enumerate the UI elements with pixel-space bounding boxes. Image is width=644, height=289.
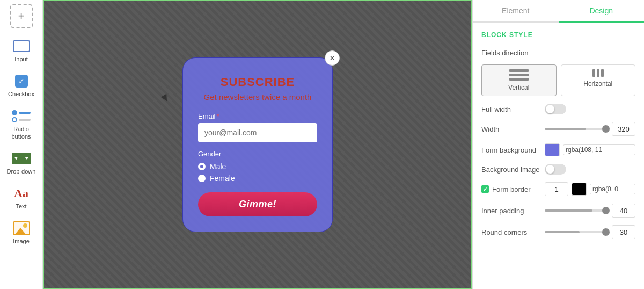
width-control: 320	[545, 122, 635, 136]
input-icon-box	[12, 39, 31, 54]
fields-direction-label: Fields direction	[481, 49, 540, 57]
form-border-swatch[interactable]	[572, 183, 587, 196]
form-background-value[interactable]: rgba(108, 11	[563, 144, 635, 155]
form-card: × SUBSCRIBE Get newsletters twice a mont…	[182, 57, 333, 232]
required-star: *	[217, 112, 219, 120]
radio-group: Male Female	[198, 162, 317, 183]
horizontal-direction-icon	[592, 69, 604, 77]
inner-padding-slider[interactable]	[545, 209, 609, 212]
radio-male-label: Male	[210, 162, 226, 171]
sidebar-item-image-label: Image	[13, 238, 30, 245]
full-width-label: Full width	[481, 105, 540, 113]
sidebar-item-radio-label: Radio buttons	[4, 126, 39, 140]
radio-icon-box	[12, 109, 31, 124]
sidebar-item-text-label: Text	[16, 203, 26, 210]
right-panel: Element Design BLOCK STYLE Fields direct…	[472, 0, 644, 289]
sidebar-item-input-label: Input	[14, 56, 27, 63]
form-border-checkbox[interactable]: ✓	[481, 185, 489, 193]
panel-content: BLOCK STYLE Fields direction Vertical	[473, 23, 644, 289]
radio-female[interactable]: Female	[198, 174, 317, 183]
width-label: Width	[481, 125, 540, 133]
round-corners-control: 30	[545, 225, 635, 239]
sidebar-item-dropdown-label: Drop-down	[7, 168, 36, 175]
background-image-toggle[interactable]	[545, 164, 566, 175]
dropdown-icon-box: ▼	[12, 151, 31, 166]
radio-female-label: Female	[210, 174, 235, 183]
round-corners-row: Round corners 30	[481, 225, 635, 239]
checkbox-mark: ✓	[483, 186, 487, 192]
direction-options: Vertical Horizontal	[481, 64, 635, 96]
email-input[interactable]	[198, 123, 317, 142]
full-width-row: Full width	[481, 104, 635, 114]
text-icon: Aa	[14, 186, 28, 200]
image-icon	[13, 221, 30, 235]
inner-padding-value[interactable]: 40	[612, 204, 635, 218]
form-border-control: 1 rgba(0, 0	[545, 182, 635, 196]
panel-tabs: Element Design	[473, 0, 644, 23]
inner-padding-label: Inner padding	[481, 207, 540, 215]
background-image-control	[545, 164, 635, 175]
fields-direction-row: Fields direction	[481, 49, 635, 57]
horizontal-direction-label: Horizontal	[583, 80, 612, 88]
round-corners-slider[interactable]	[545, 231, 609, 233]
radio-male-input[interactable]	[198, 163, 206, 170]
checkbox-icon-box: ✓	[12, 74, 31, 89]
add-button[interactable]: +	[10, 4, 33, 28]
sidebar-item-radio[interactable]: Radio buttons	[2, 104, 41, 144]
main-canvas[interactable]: × SUBSCRIBE Get newsletters twice a mont…	[43, 0, 472, 289]
form-background-label: Form background	[481, 146, 540, 154]
plus-icon: +	[18, 10, 25, 23]
form-background-control: rgba(108, 11	[545, 143, 635, 156]
form-border-color[interactable]: rgba(0, 0	[590, 184, 635, 194]
form-border-label: Form border	[492, 185, 531, 193]
full-width-control	[545, 104, 635, 114]
sidebar-item-image[interactable]: Image	[2, 216, 41, 249]
vertical-direction-label: Vertical	[508, 84, 529, 91]
left-sidebar: + Input ✓ Checkbox Ra	[0, 0, 43, 289]
tab-design[interactable]: Design	[559, 0, 645, 23]
block-style-title: BLOCK STYLE	[481, 31, 635, 42]
form-subtitle: Get newsletters twice a month	[198, 91, 317, 103]
image-icon-box	[12, 221, 31, 236]
form-background-swatch[interactable]	[545, 143, 560, 156]
vertical-direction-icon	[509, 69, 529, 81]
form-border-row: ✓ Form border 1 rgba(0, 0	[481, 182, 635, 196]
submit-button[interactable]: Gimme!	[198, 192, 317, 216]
sidebar-item-input[interactable]: Input	[2, 34, 41, 67]
radio-female-input[interactable]	[198, 175, 206, 182]
round-corners-label: Round corners	[481, 228, 540, 236]
input-icon	[13, 40, 30, 52]
radio-male[interactable]: Male	[198, 162, 317, 171]
email-label: Email*	[198, 112, 317, 120]
sidebar-item-text[interactable]: Aa Text	[2, 182, 41, 214]
round-corners-thumb[interactable]	[602, 228, 610, 236]
full-width-toggle[interactable]	[545, 104, 566, 114]
checkbox-icon: ✓	[15, 75, 28, 88]
form-border-width[interactable]: 1	[545, 182, 568, 196]
inner-padding-control: 40	[545, 204, 635, 218]
radio-icon	[12, 110, 31, 122]
round-corners-value[interactable]: 30	[612, 225, 635, 239]
width-row: Width 320	[481, 122, 635, 136]
width-slider-thumb[interactable]	[602, 125, 610, 133]
form-background-row: Form background rgba(108, 11	[481, 143, 635, 156]
toggle-knob	[546, 105, 554, 113]
close-button[interactable]: ×	[325, 50, 340, 66]
inner-padding-row: Inner padding 40	[481, 204, 635, 218]
width-value[interactable]: 320	[612, 122, 635, 136]
sidebar-item-dropdown[interactable]: ▼ Drop-down	[2, 147, 41, 179]
width-slider[interactable]	[545, 128, 609, 130]
gender-label: Gender	[198, 150, 317, 158]
direction-vertical-option[interactable]: Vertical	[481, 64, 557, 96]
form-title: SUBSCRIBE	[198, 75, 317, 89]
direction-horizontal-option[interactable]: Horizontal	[561, 64, 636, 96]
bg-toggle-knob	[546, 165, 554, 174]
background-image-row: Background image	[481, 164, 635, 175]
text-icon-box: Aa	[12, 186, 31, 201]
cursor-pointer	[161, 94, 170, 103]
background-image-label: Background image	[481, 165, 540, 174]
sidebar-item-checkbox[interactable]: ✓ Checkbox	[2, 69, 41, 102]
inner-padding-thumb[interactable]	[602, 207, 610, 214]
tab-element[interactable]: Element	[473, 0, 559, 21]
dropdown-icon: ▼	[12, 153, 31, 164]
